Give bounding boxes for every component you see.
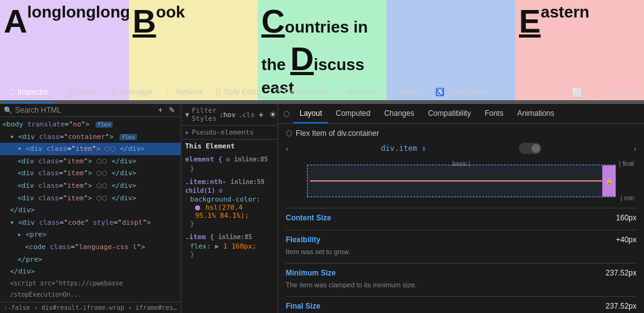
add-rule-button[interactable]: + <box>257 110 264 120</box>
tree-line-close-pre: </pre> <box>0 254 181 266</box>
light-mode-button[interactable]: ☀ <box>268 110 278 120</box>
content-size-label: Content Size <box>286 213 331 222</box>
rule2-closing: } <box>185 220 274 228</box>
tab-style-editor[interactable]: {} Style Editor <box>209 82 268 103</box>
flexibility-label: Flexibility <box>286 235 320 244</box>
accessibility-icon: ♿ <box>435 88 445 96</box>
tab-compatibility[interactable]: Compatibility <box>421 104 477 123</box>
minimum-size-label: Minimum Size <box>286 269 336 277</box>
flexibility-value: +40px <box>616 235 636 244</box>
tree-line-code: <code class="language-css l"> <box>0 241 181 254</box>
element-selector-row: ‹ div.item ⇕ › <box>286 143 636 154</box>
tree-line-code-div: ▾ <div class="code" style="displ"> <box>0 217 181 229</box>
tab-computed[interactable]: Computed <box>330 104 376 123</box>
performance-icon: ⏱ <box>274 88 281 96</box>
box1-text: longlonglongword <box>28 3 129 22</box>
tree-line-script1b: /stopExecutionOn... <box>0 289 181 300</box>
tree-line-item-2[interactable]: <div class="item"> ⬡⬡ </div> <box>0 155 181 168</box>
style-rule-item: .item { inline:85 flex: ▶ 1 160px; } <box>185 233 274 259</box>
minimum-size-section: Minimum Size 237.52px The item was clamp… <box>286 269 636 289</box>
rule3-closing: } <box>185 250 274 259</box>
html-search-input[interactable] <box>15 106 154 115</box>
tab-memory[interactable]: ⬡ Memory <box>333 82 381 103</box>
rule1-gear: ⚙ inline:85 <box>226 156 268 163</box>
tab-debugger[interactable]: ⏸ Debugger <box>104 82 159 103</box>
final-size-value: 237.52px <box>606 302 636 310</box>
devtools-main-content: 🔍 + ✎ <body translate="no"> flex ▾ <div … <box>0 104 644 313</box>
cls-label: .cls <box>238 111 255 119</box>
final-size-section: Final Size 237.52px <box>286 302 636 310</box>
style-editor-icon: {} <box>216 88 221 96</box>
devtools-right-controls: ⬜ ⬚ ••• ✕ <box>568 85 641 100</box>
box3-letter-d: D <box>290 41 314 77</box>
tree-line-item-3[interactable]: <div class="item"> ⬡⬡ </div> <box>0 167 181 180</box>
lock-icon: 🔒 <box>605 178 613 185</box>
html-panel: 🔍 + ✎ <body translate="no"> flex ▾ <div … <box>0 104 181 313</box>
element-toggle[interactable] <box>519 143 541 154</box>
rule1-closing: } <box>185 165 274 173</box>
tab-changes[interactable]: Changes <box>378 104 420 123</box>
flexibility-desc: Item was set to grow. <box>286 248 636 255</box>
hov-label: :hov <box>219 111 236 119</box>
close-devtools-button[interactable]: ✕ <box>626 85 641 100</box>
divider-2 <box>286 230 636 230</box>
flex-item-label: Flex Item of div.container <box>296 129 379 138</box>
tree-line-item-5[interactable]: <div class="item"> ⬡⬡ </div> <box>0 192 181 205</box>
tab-console[interactable]: ›_ Console <box>54 82 104 103</box>
pick-element-button[interactable]: ✎ <box>167 106 177 115</box>
tab-performance[interactable]: ⏱ Performance <box>268 82 333 103</box>
next-element-button[interactable]: › <box>634 144 636 153</box>
styles-content: element { ⚙ inline:85 } .item:nth- inlin… <box>181 153 278 313</box>
pseudo-elements-row[interactable]: ▸ Pseudo-elements <box>181 126 278 140</box>
tab-inspector[interactable]: ⬡ Inspector <box>3 82 54 103</box>
divider-4 <box>286 296 636 297</box>
rule2-selector: .item:nth- inline:59 <box>185 178 274 186</box>
style-rule-nth-child: .item:nth- inline:59 child(1) ⚙ backgrou… <box>185 178 274 228</box>
filter-styles-label: Filter Styles <box>192 106 217 123</box>
tab-animations[interactable]: Animations <box>511 104 560 123</box>
growth-box: 🔒 <box>602 165 616 197</box>
box3-line1: Countries in the Discuss <box>261 3 383 78</box>
content-size-value: 160px <box>616 213 636 222</box>
box-model-diagram: basis | | final | min ▶ 🔒 <box>286 159 636 203</box>
content-size-row: Content Size 160px <box>286 213 636 222</box>
styles-panel: ▼ Filter Styles :hov .cls + ☀ ⚙ ▸ Pseudo… <box>181 104 278 313</box>
tree-line-item-selected[interactable]: ▾ <div class="item"> ⬡⬡ </div> <box>0 143 181 155</box>
tree-line-close-div2: </div> <box>0 265 181 278</box>
more-options-button[interactable]: ••• <box>607 85 624 100</box>
final-label: | final <box>619 160 634 167</box>
filter-icon: ▼ <box>185 111 189 119</box>
tab-network[interactable]: ↑↓ Network <box>159 82 209 103</box>
style-rule-element: element { ⚙ inline:85 } <box>185 155 274 173</box>
flexibility-section: Flexibility +40px Item was set to grow. <box>286 235 636 255</box>
arrow-line <box>310 180 607 182</box>
divider-3 <box>286 263 636 264</box>
layout-back-icon: ⬡ <box>283 110 289 118</box>
inspector-icon: ⬡ <box>9 88 15 96</box>
tree-line-body: <body translate="no"> flex <box>0 118 181 131</box>
element-name-display: div.item ⇕ <box>381 144 426 153</box>
flex-item-header: ⬡ Flex Item of div.container <box>286 129 636 138</box>
box1-letter: A <box>4 3 28 40</box>
add-element-button[interactable]: + <box>156 106 164 115</box>
layout-content: ⬡ Flex Item of div.container ‹ div.item … <box>278 124 644 313</box>
dock-button[interactable]: ⬚ <box>589 85 605 100</box>
storage-icon: ⬡ <box>388 88 394 96</box>
tab-accessibility[interactable]: ♿ Accessibility <box>429 82 494 103</box>
color-swatch <box>195 205 200 210</box>
split-view-button[interactable]: ⬜ <box>568 85 586 100</box>
divider-1 <box>286 208 636 208</box>
tree-line-item-4[interactable]: <div class="item"> ⬡⬡ </div> <box>0 180 181 192</box>
box2-letter: B <box>133 3 156 40</box>
tab-storage[interactable]: ⬡ Storage <box>381 82 429 103</box>
tab-layout[interactable]: Layout <box>293 104 328 123</box>
console-icon: ›_ <box>61 88 68 96</box>
tab-more[interactable]: » <box>495 82 511 103</box>
final-size-label: Final Size <box>286 302 320 310</box>
prev-element-button[interactable]: ‹ <box>286 144 288 153</box>
bm-arrow: ▶ <box>310 177 613 185</box>
search-icon: 🔍 <box>4 106 13 115</box>
preview-area: Alonglonglongword Book Countries in the … <box>0 0 644 81</box>
content-size-section: Content Size 160px <box>286 213 636 222</box>
tab-fonts[interactable]: Fonts <box>478 104 510 123</box>
